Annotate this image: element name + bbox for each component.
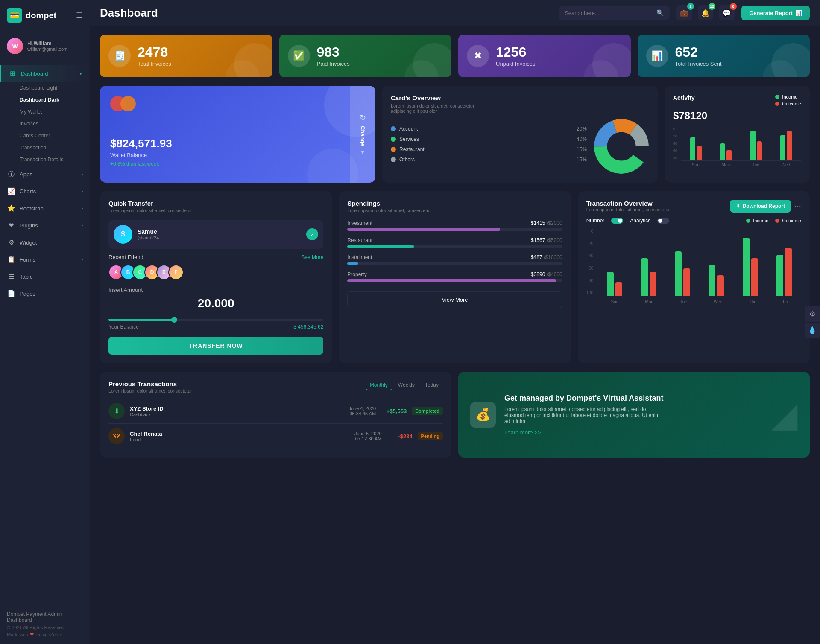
logo-area: 💳 dompet ☰ (0, 0, 90, 31)
spending-row: Investment $1415 /$2000 (347, 220, 562, 226)
legend-list: Account 20% Services 40% Restaurant 15% (391, 126, 587, 167)
see-more-link[interactable]: See More (301, 254, 323, 260)
bell-count: 12 (709, 3, 715, 10)
bar-label: Mon (722, 163, 730, 167)
period-tab-monthly[interactable]: Monthly (366, 380, 392, 390)
sidebar-item-plugins[interactable]: ❤ Plugins › (0, 217, 90, 234)
stat-total-invoices: 🧾 2478 Total Invoices (100, 35, 272, 77)
avatars-row: A B C D E F (108, 265, 323, 280)
progress-fill (347, 228, 500, 231)
recent-header: Recent Friend See More (108, 254, 323, 260)
va-learn-more-link[interactable]: Learn more >> (504, 429, 541, 436)
sidebar-sub-dashboard-dark[interactable]: Dashboard Dark (0, 94, 90, 106)
stat-info: 983 Paid Invoices (317, 45, 350, 67)
hamburger-icon[interactable]: ☰ (76, 11, 83, 20)
progress-fill (347, 279, 556, 282)
donut-chart (594, 119, 649, 174)
big-bar-group (743, 238, 758, 296)
big-bar-label: Wed (714, 300, 722, 304)
income-bar (690, 137, 695, 160)
chart-icon: 📊 (795, 10, 802, 16)
big-y-axis: 020406080100 (586, 229, 594, 297)
spending-property: Property $3890 /$4000 (347, 271, 562, 282)
header: Dashboard 🔍 💼 2 🔔 12 💬 8 Generate Report… (90, 0, 820, 26)
search-bar[interactable]: 🔍 (559, 6, 670, 20)
period-tab-weekly[interactable]: Weekly (394, 380, 419, 390)
toggle-switch-on[interactable] (611, 218, 623, 224)
tx-icon-food: 🍽 (108, 428, 125, 444)
more-options-icon[interactable]: ⋯ (316, 200, 323, 208)
sidebar-item-widget[interactable]: ⚙ Widget (0, 234, 90, 251)
apps-icon: ⓘ (7, 170, 15, 178)
chevron-right-icon: › (82, 172, 83, 177)
logo-text: dompet (26, 11, 56, 20)
sidebar-item-forms[interactable]: 📋 Forms › (0, 251, 90, 268)
sidebar-item-charts[interactable]: 📈 Charts › (0, 183, 90, 200)
float-theme-button[interactable]: 💧 (805, 323, 820, 338)
pages-icon: 📄 (7, 289, 15, 298)
tx-type: Cashback (130, 412, 164, 417)
more-options-icon[interactable]: ⋯ (794, 202, 801, 210)
sidebar-item-table[interactable]: ☰ Table › (0, 268, 90, 285)
spending-name: Property (347, 271, 366, 277)
sidebar-item-bootstrap[interactable]: ⭐ Bootstrap › (0, 200, 90, 217)
tx-date-1: June 4, 2020 05:34:45 AM (349, 406, 376, 416)
big-outcome-bar (751, 258, 758, 296)
outcome-bar (787, 131, 792, 160)
footer-title: Dompet Payment Admin Dashboard (7, 611, 83, 623)
search-input[interactable] (565, 10, 653, 16)
view-more-button[interactable]: View More (347, 291, 562, 308)
widget-icon: ⚙ (7, 238, 15, 247)
sidebar-sub-dashboard-light[interactable]: Dashboard Light (0, 82, 90, 94)
sidebar-sub-invoices[interactable]: Invoices (0, 118, 90, 130)
big-bar-group (641, 258, 656, 296)
paid-invoices-icon: ✅ (288, 45, 310, 67)
briefcase-badge[interactable]: 💼 2 (676, 5, 692, 20)
bell-badge[interactable]: 🔔 12 (698, 5, 713, 20)
sidebar-sub-cards[interactable]: Cards Center (0, 130, 90, 142)
more-options-icon[interactable]: ⋯ (556, 200, 562, 208)
chat-badge[interactable]: 💬 8 (719, 5, 735, 20)
income-label: Income (782, 94, 797, 99)
big-bar-labels: SunMonTueWedThuFri (597, 300, 801, 304)
sidebar-item-dashboard[interactable]: ⊞ Dashboard ▼ (0, 65, 90, 82)
period-tab-today[interactable]: Today (421, 380, 443, 390)
txn-actions: ⬇ Download Report ⋯ (730, 200, 801, 213)
toggle-switch-off[interactable] (657, 218, 669, 224)
wallet-logo (110, 96, 365, 111)
footer-brand: DesignZone (35, 632, 61, 637)
sidebar-item-apps[interactable]: ⓘ Apps › (0, 166, 90, 183)
stat-paid-invoices: ✅ 983 Paid Invoices (279, 35, 452, 77)
generate-report-button[interactable]: Generate Report 📊 (741, 6, 810, 20)
big-outcome-bar (717, 275, 724, 296)
legend-name: Others (399, 157, 577, 163)
user-info: Hi,William william@gmail.com (27, 41, 67, 52)
sidebar-sub-transaction-details[interactable]: Transaction Details (0, 154, 90, 166)
sidebar-sub-transaction[interactable]: Transaction (0, 142, 90, 154)
spending-name: Installment (347, 254, 372, 260)
sidebar-item-label: Charts (20, 188, 36, 195)
download-report-button[interactable]: ⬇ Download Report (730, 200, 791, 213)
footer-made-with: Made with ❤ DesignZone (7, 632, 83, 637)
float-settings-button[interactable]: ⚙ (805, 306, 820, 322)
sidebar-sub-wallet[interactable]: My Wallet (0, 106, 90, 118)
big-outcome-bar (785, 248, 792, 296)
legend-pct: 40% (577, 136, 587, 142)
sidebar-item-pages[interactable]: 📄 Pages › (0, 285, 90, 302)
user-name: William (34, 41, 52, 47)
outcome-legend: Outcome (775, 101, 801, 106)
transfer-now-button[interactable]: TRANSFER NOW (108, 337, 323, 355)
number-toggle: Number (586, 218, 605, 224)
person-name: Samuel (138, 228, 159, 235)
transaction-overview-card: Transaction Overview Lorem ipsum dolor s… (578, 191, 810, 363)
spendings-card: Spendings Lorem ipsum dolor sit amet, co… (339, 191, 571, 363)
user-email: william@gmail.com (27, 47, 67, 52)
section-title-area: Quick Transfer Lorem ipsum dolor sit ame… (108, 200, 192, 213)
y-axis: 806040200 (673, 127, 677, 161)
amount-slider[interactable] (108, 319, 323, 321)
middle-row: $824,571.93 Wallet Balance +0,8% than la… (100, 86, 810, 183)
section-title: Quick Transfer (108, 200, 192, 207)
spending-restaurant: Restaurant $1567 /$5000 (347, 237, 562, 248)
legend-name: Restaurant (399, 146, 577, 152)
wallet-change: +0,8% than last week (110, 161, 365, 167)
